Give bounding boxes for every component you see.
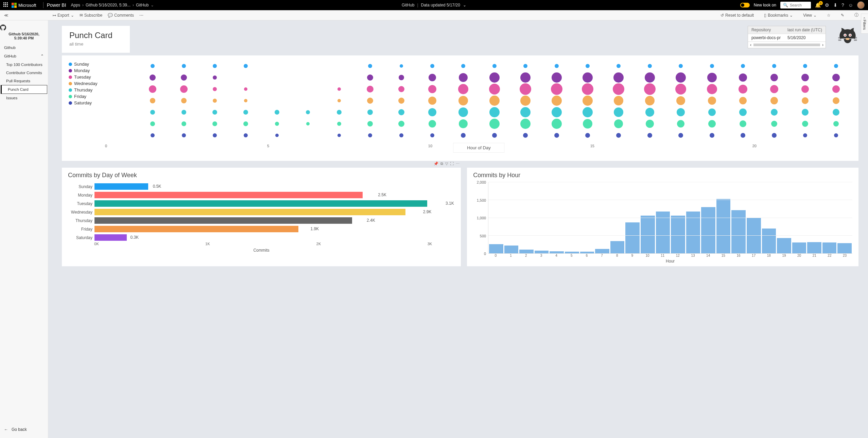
punch-cell[interactable] (168, 85, 199, 93)
column[interactable] (716, 199, 731, 253)
punch-cell[interactable] (634, 108, 665, 117)
scrollbar[interactable] (753, 44, 820, 46)
punch-cell[interactable] (417, 85, 448, 93)
punch-cell[interactable] (137, 121, 168, 126)
punch-cell[interactable] (634, 120, 665, 128)
punch-cell[interactable] (199, 75, 230, 80)
punch-cell[interactable] (324, 122, 354, 126)
column[interactable] (837, 243, 852, 253)
punch-cell[interactable] (603, 96, 634, 105)
reset-button[interactable]: ↺Reset to default (721, 13, 754, 18)
punch-cell[interactable] (168, 110, 199, 115)
punch-cell[interactable] (448, 64, 479, 68)
punch-cell[interactable] (789, 74, 820, 81)
punch-cell[interactable] (541, 107, 572, 117)
punch-cell[interactable] (293, 122, 324, 125)
punch-cell[interactable] (821, 74, 852, 81)
punch-cell[interactable] (354, 121, 385, 127)
punch-cell[interactable] (168, 74, 199, 81)
nav-contributor-commits[interactable]: Contributor Commits (0, 69, 48, 77)
search-input[interactable]: 🔍 (780, 2, 811, 9)
settings-icon[interactable]: ⚙ (825, 2, 829, 8)
punch-cell[interactable] (727, 97, 758, 104)
punch-cell[interactable] (603, 64, 634, 68)
punch-cell[interactable] (603, 107, 634, 117)
chevron-down-icon[interactable]: ⌄ (151, 3, 154, 7)
new-look-toggle[interactable] (740, 3, 750, 7)
punch-cell[interactable] (448, 84, 479, 94)
punch-cell[interactable] (199, 99, 230, 103)
punch-cell[interactable] (665, 64, 696, 68)
punch-cell[interactable] (479, 107, 510, 117)
column[interactable] (807, 242, 821, 253)
punch-cell[interactable] (230, 121, 261, 126)
column[interactable] (535, 251, 549, 253)
punch-cell[interactable] (696, 108, 727, 116)
punch-cell[interactable] (665, 96, 696, 105)
punch-cell[interactable] (137, 74, 168, 81)
punch-cell[interactable] (417, 97, 448, 105)
punch-cell[interactable] (417, 64, 448, 68)
bar-row[interactable]: Monday 2.5K (68, 191, 455, 199)
nav-top-contributors[interactable]: Top 100 Contributors (0, 61, 48, 69)
pin-icon[interactable]: 📌 (434, 162, 438, 166)
punch-cell[interactable] (137, 110, 168, 115)
column[interactable] (565, 252, 579, 253)
avatar[interactable] (857, 1, 865, 9)
punch-cell[interactable] (417, 74, 448, 81)
punch-cell[interactable] (759, 97, 789, 104)
punch-cell[interactable] (603, 72, 634, 83)
punch-cell[interactable] (696, 133, 727, 138)
punch-cell[interactable] (634, 83, 665, 95)
legend-item[interactable]: Thursday (69, 87, 106, 92)
legend-item[interactable]: Sunday (69, 62, 106, 67)
feedback-icon[interactable]: ☺ (848, 2, 853, 8)
punch-cell[interactable] (727, 108, 758, 116)
punch-cell[interactable] (448, 96, 479, 105)
punch-cell[interactable] (386, 121, 417, 127)
punch-cell[interactable] (137, 98, 168, 103)
punch-cell[interactable] (572, 64, 603, 68)
column[interactable] (550, 251, 564, 253)
punch-cell[interactable] (324, 99, 354, 102)
nav-punch-card[interactable]: Punch Card (1, 85, 47, 94)
punch-cell[interactable] (479, 119, 510, 129)
punch-cell[interactable] (665, 84, 696, 95)
bar-row[interactable]: Sunday 0.5K (68, 182, 455, 191)
more-icon[interactable]: ⋯ (456, 162, 459, 166)
punch-cell[interactable] (634, 96, 665, 105)
commits-by-hour-chart[interactable]: Commits by Hour 2,0001,5001,0005000 0123… (467, 168, 858, 266)
filter-icon[interactable]: ▽ (445, 162, 448, 166)
punch-cell[interactable] (727, 64, 758, 68)
punch-cell[interactable] (386, 98, 417, 104)
legend-item[interactable]: Tuesday (69, 74, 106, 80)
repository-info-slicer[interactable]: Repositorylast run date (UTC) powerbi-do… (748, 26, 826, 48)
notifications-icon[interactable]: 🔔5 (815, 2, 821, 8)
punch-cell[interactable] (417, 108, 448, 116)
crumb-apps[interactable]: Apps (71, 3, 80, 7)
punch-cell[interactable] (727, 133, 758, 138)
go-back-button[interactable]: ←Go back (0, 424, 48, 435)
column[interactable] (671, 216, 685, 253)
punch-cell[interactable] (665, 120, 696, 128)
punch-cell[interactable] (510, 119, 541, 129)
punch-cell[interactable] (199, 133, 230, 137)
punch-cell[interactable] (696, 120, 727, 128)
download-icon[interactable]: ⬇ (833, 2, 837, 8)
column[interactable] (641, 216, 655, 253)
punch-cell[interactable] (789, 109, 820, 116)
filters-pane-toggle[interactable]: ‹ Filters (861, 14, 868, 34)
punch-cell[interactable] (354, 133, 385, 137)
punch-cell[interactable] (354, 74, 385, 81)
column[interactable] (610, 241, 625, 253)
punch-cell[interactable] (821, 133, 852, 137)
bar-row[interactable]: Saturday 0.3K (68, 233, 455, 242)
punch-cell[interactable] (572, 96, 603, 106)
punch-cell[interactable] (354, 98, 385, 104)
punch-cell[interactable] (230, 133, 261, 137)
punch-cell[interactable] (727, 85, 758, 94)
column[interactable] (731, 210, 746, 253)
punch-cell[interactable] (541, 119, 572, 129)
punch-cell[interactable] (510, 83, 541, 95)
bar-row[interactable]: Friday 1.9K (68, 225, 455, 233)
